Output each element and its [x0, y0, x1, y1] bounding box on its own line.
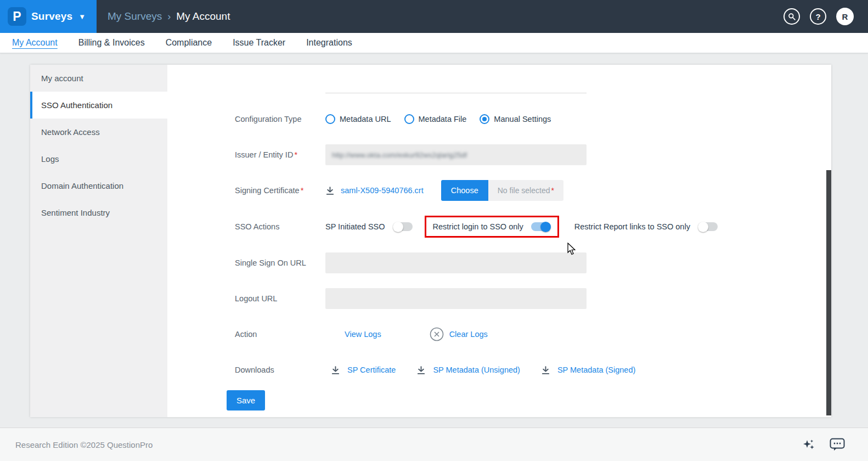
cropped-field-edge — [325, 90, 587, 93]
sp-initiated-sso-group: SP Initiated SSO — [325, 222, 413, 231]
sp-metadata-unsigned-download[interactable]: SP Metadata (Unsigned) — [416, 366, 520, 375]
breadcrumb-current: My Account — [176, 10, 230, 23]
sp-metadata-signed-download[interactable]: SP Metadata (Signed) — [541, 366, 635, 375]
sp-initiated-sso-toggle[interactable] — [393, 222, 413, 231]
sso-actions-label: SSO Actions — [235, 222, 325, 231]
breadcrumb-my-surveys[interactable]: My Surveys — [108, 10, 162, 23]
search-button[interactable] — [784, 8, 800, 25]
configuration-type-options: Metadata URL Metadata File Manual Settin… — [325, 114, 551, 124]
download-icon[interactable] — [325, 186, 335, 195]
scrollbar-thumb[interactable] — [826, 170, 831, 415]
sp-certificate-link: SP Certificate — [347, 366, 396, 374]
save-row: Save — [227, 390, 831, 411]
restrict-report-links-label: Restrict Report links to SSO only — [574, 222, 690, 231]
tab-integrations[interactable]: Integrations — [306, 38, 352, 48]
no-file-selected-text: No file selected* — [488, 180, 563, 201]
clear-logs-link: Clear Logs — [449, 330, 488, 339]
action-row: Action View Logs Clear Logs — [235, 324, 831, 345]
download-icon — [541, 366, 550, 375]
tab-issue-tracker[interactable]: Issue Tracker — [233, 38, 285, 48]
sso-settings-form: Configuration Type Metadata URL Metadata… — [167, 65, 831, 417]
single-sign-on-url-row: Single Sign On URL — [235, 252, 831, 273]
clear-circle-x-icon — [430, 327, 444, 341]
chat-bubble-icon[interactable] — [830, 438, 845, 451]
radio-metadata-url[interactable]: Metadata URL — [325, 114, 391, 124]
issuer-value-obscured: http://www.okta.com/exkur92ws2qlarig25df — [332, 151, 467, 159]
chevron-down-icon: ▼ — [78, 13, 86, 21]
single-sign-on-url-label: Single Sign On URL — [235, 258, 325, 267]
issuer-row: Issuer / Entity ID* http://www.okta.com/… — [235, 144, 831, 165]
radio-label: Metadata File — [419, 115, 467, 123]
radio-selected-icon — [480, 114, 489, 124]
account-tabs: My Account Billing & Invoices Compliance… — [0, 33, 868, 53]
restrict-login-sso-toggle[interactable] — [531, 222, 551, 231]
help-button[interactable]: ? — [810, 8, 826, 25]
issuer-input[interactable]: http://www.okta.com/exkur92ws2qlarig25df — [325, 144, 587, 165]
radio-circle-icon — [404, 114, 414, 124]
breadcrumb: My Surveys › My Account — [108, 10, 230, 23]
configuration-type-row: Configuration Type Metadata URL Metadata… — [235, 109, 831, 130]
view-logs-link[interactable]: View Logs — [345, 330, 381, 339]
required-asterisk: * — [294, 150, 297, 159]
sidebar-item-sso-authentication[interactable]: SSO Authentication — [30, 92, 167, 119]
product-name: Surveys — [31, 10, 72, 23]
radio-label: Manual Settings — [494, 115, 551, 123]
issuer-label: Issuer / Entity ID* — [235, 150, 325, 159]
download-icon — [331, 366, 340, 375]
download-links: SP Certificate SP Metadata (Unsigned) SP… — [331, 366, 635, 375]
sidebar-item-domain-authentication[interactable]: Domain Authentication — [30, 172, 167, 199]
required-asterisk: * — [301, 186, 304, 195]
sp-certificate-download[interactable]: SP Certificate — [331, 366, 396, 375]
signing-certificate-label: Signing Certificate* — [235, 186, 325, 195]
restrict-login-highlight-box: Restrict login to SSO only — [425, 216, 559, 238]
tab-compliance[interactable]: Compliance — [166, 38, 212, 48]
footer-icons — [802, 438, 853, 451]
footer-edition-text: Research Edition ©2025 QuestionPro — [15, 440, 153, 449]
settings-card: My account SSO Authentication Network Ac… — [30, 65, 831, 417]
footer: Research Edition ©2025 QuestionPro — [0, 428, 868, 461]
downloads-row: Downloads SP Certificate SP Metadata (Un… — [235, 359, 831, 380]
logout-url-row: Logout URL — [235, 288, 831, 309]
single-sign-on-url-input[interactable] — [325, 252, 587, 273]
product-switcher[interactable]: P Surveys ▼ — [0, 0, 97, 33]
certificate-file-link[interactable]: saml-X509-5940766.crt — [341, 186, 424, 195]
questionpro-logo: P — [8, 7, 26, 26]
clear-logs-button[interactable]: Clear Logs — [430, 327, 488, 341]
required-asterisk: * — [551, 186, 554, 195]
ai-sparkle-icon[interactable] — [802, 438, 815, 451]
sidebar-item-logs[interactable]: Logs — [30, 145, 167, 172]
sp-metadata-signed-link: SP Metadata (Signed) — [557, 366, 635, 374]
downloads-label: Downloads — [235, 366, 325, 374]
question-mark-icon: ? — [815, 12, 820, 21]
sp-initiated-sso-label: SP Initiated SSO — [325, 222, 385, 231]
restrict-report-links-group: Restrict Report links to SSO only — [574, 222, 718, 231]
topbar: P Surveys ▼ My Surveys › My Account ? R — [0, 0, 868, 33]
sp-metadata-unsigned-link: SP Metadata (Unsigned) — [433, 366, 520, 374]
avatar[interactable]: R — [836, 8, 854, 25]
sidebar-item-sentiment-industry[interactable]: Sentiment Industry — [30, 199, 167, 226]
breadcrumb-separator-icon: › — [167, 11, 171, 23]
settings-sidebar: My account SSO Authentication Network Ac… — [30, 65, 167, 417]
choose-file-button[interactable]: Choose — [441, 180, 488, 201]
restrict-login-sso-label: Restrict login to SSO only — [433, 222, 523, 231]
sso-actions-row: SSO Actions SP Initiated SSO Restrict lo… — [235, 216, 831, 238]
radio-label: Metadata URL — [340, 115, 391, 123]
tab-billing-invoices[interactable]: Billing & Invoices — [78, 38, 145, 48]
action-links: View Logs Clear Logs — [325, 327, 488, 341]
sidebar-item-network-access[interactable]: Network Access — [30, 119, 167, 145]
topbar-actions: ? R — [784, 8, 868, 25]
download-icon — [416, 366, 426, 375]
logout-url-label: Logout URL — [235, 294, 325, 303]
search-icon — [788, 13, 796, 20]
radio-metadata-file[interactable]: Metadata File — [404, 114, 467, 124]
radio-circle-icon — [325, 114, 335, 124]
configuration-type-label: Configuration Type — [235, 115, 325, 123]
sidebar-item-my-account[interactable]: My account — [30, 65, 167, 92]
signing-certificate-row: Signing Certificate* saml-X509-5940766.c… — [235, 180, 831, 201]
save-button[interactable]: Save — [227, 390, 265, 411]
radio-manual-settings[interactable]: Manual Settings — [480, 114, 551, 124]
logout-url-input[interactable] — [325, 288, 587, 309]
tab-my-account[interactable]: My Account — [12, 38, 58, 48]
restrict-report-links-toggle[interactable] — [698, 222, 718, 231]
action-label: Action — [235, 330, 325, 339]
